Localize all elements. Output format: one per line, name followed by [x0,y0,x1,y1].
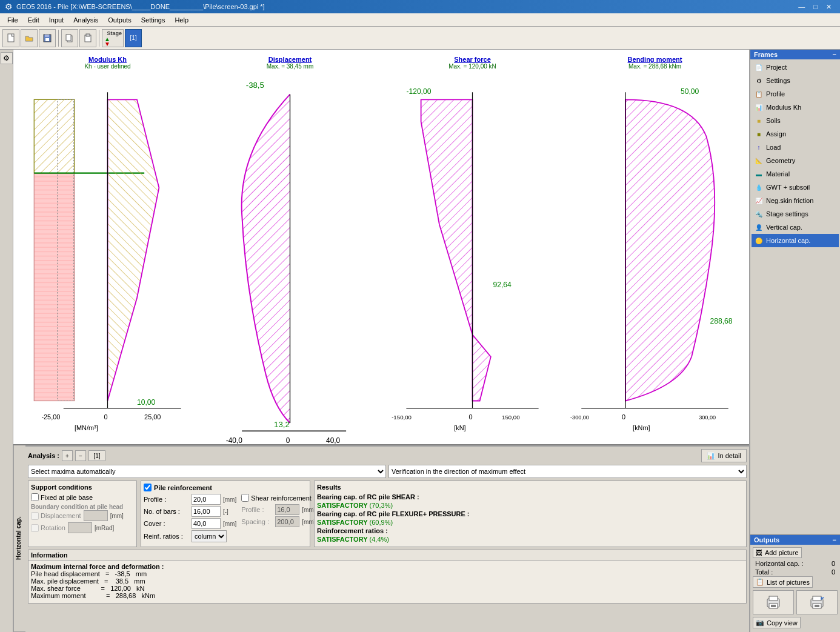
frame-item-gwt[interactable]: 💧 GWT + subsoil [752,181,839,194]
modulus-kh-title[interactable]: Modulus Kh [88,56,127,63]
analysis-header: Analysis : + − [1] 📊 In detail [28,449,747,462]
flexure-result-pct: (60,9%) [370,519,393,526]
displacement-checkbox-label: Displacement [31,512,81,520]
shear-spacing-row: Spacing : [mm] [241,516,315,527]
menu-edit[interactable]: Edit [23,15,44,25]
ratios-result-label-row: Reinforcement ratios : [317,527,744,534]
horizontal-cap-output-row: Horizontal cap. : 0 [753,559,838,568]
analysis-stage-button[interactable]: [1] [88,450,105,461]
copy-view-label: Copy view [767,619,798,627]
frame-label-soils: Soils [766,117,781,124]
geometry-icon: 📐 [754,156,764,165]
verification-select[interactable]: Verification in the direction of maximum… [388,465,747,478]
analysis-add-button[interactable]: + [62,450,73,461]
info-panel: Information Maximum internal force and d… [28,550,747,604]
svg-rect-12 [34,99,75,173]
list-of-pictures-button[interactable]: 📋 List of pictures [753,576,813,588]
vertical-cap-icon: 👤 [754,222,764,232]
frame-label-neg-skin: Neg.skin friction [766,197,813,204]
outputs-collapse-button[interactable]: − [833,536,836,544]
menu-help[interactable]: Help [170,15,193,25]
horizontal-cap-icon: 🟡 [754,236,764,245]
pile-reinforcement-section: Pile reinforcement Profile : [mm] N [141,481,310,547]
chart-area: Modulus Kh Kh - user defined [13,50,749,632]
frame-label-horizontal-cap: Horizontal cap. [766,237,810,244]
bars-label: No. of bars : [144,508,189,515]
svg-rect-58 [813,596,821,600]
settings-gear-button[interactable]: ⚙ [1,52,13,64]
frame-item-geometry[interactable]: 📐 Geometry [752,154,839,167]
stage-indicator[interactable]: [1] [125,29,142,47]
ratios-select[interactable]: column [192,530,227,542]
copy-view-button[interactable]: 📷 Copy view [753,617,801,628]
fixed-pile-base-checkbox-label[interactable]: Fixed at pile base [31,493,134,501]
shear-reinforcement-checkbox[interactable] [241,494,249,502]
shear-result-status: SATISFACTORY [317,502,368,509]
shear-reinforcement-label[interactable]: Shear reinforcement [241,494,315,502]
rotation-input [68,522,92,533]
analysis-remove-button[interactable]: − [75,450,86,461]
fixed-pile-base-checkbox[interactable] [31,493,39,501]
shear-profile-row: Profile : [mm] [241,504,315,515]
in-detail-button[interactable]: 📊 In detail [701,449,747,462]
soils-icon: ■ [754,116,764,125]
frames-collapse-button[interactable]: − [833,51,836,58]
frame-item-assign[interactable]: ■ Assign [752,127,839,141]
frame-item-load[interactable]: ↑ Load [752,141,839,154]
displacement-chart: Displacement Max. = 38,45 mm -38,5 [202,56,378,438]
new-button[interactable] [2,29,19,47]
total-output-label: Total : [755,568,773,576]
frame-item-soils[interactable]: ■ Soils [752,114,839,127]
frame-item-profile[interactable]: 📋 Profile [752,87,839,101]
save-button[interactable] [39,29,56,47]
bending-moment-title[interactable]: Bending moment [628,56,682,63]
menu-input[interactable]: Input [44,15,68,25]
profile-input[interactable] [192,494,221,505]
frame-item-horizontal-cap[interactable]: 🟡 Horizontal cap. [752,234,839,247]
open-button[interactable] [21,29,38,47]
pile-reinforcement-checkbox[interactable] [144,484,152,491]
rotation-checkbox [31,524,39,532]
frame-item-modulus-kh[interactable]: 📊 Modulus Kh [752,101,839,114]
maximize-button[interactable]: □ [810,1,821,13]
charts-container: Modulus Kh Kh - user defined [13,50,749,444]
cover-label: Cover : [144,520,189,527]
menu-analysis[interactable]: Analysis [68,15,103,25]
project-icon: 📄 [754,62,764,72]
menu-outputs[interactable]: Outputs [103,15,136,25]
copy-button[interactable] [61,29,78,47]
paste-button[interactable] [79,29,96,47]
maxima-select[interactable]: Select maxima automatically [28,465,386,478]
shear-force-title[interactable]: Shear force [454,56,491,63]
shear-force-chart: Shear force Max. = 120,00 kN -120,00 [384,56,561,438]
frame-item-settings[interactable]: ⚙ Settings [752,74,839,87]
load-icon: ↑ [754,142,764,152]
settings-icon: ⚙ [754,76,764,85]
bars-input[interactable] [192,506,221,517]
minimize-button[interactable]: — [795,1,808,13]
cover-unit: [mm] [223,521,236,527]
displacement-title[interactable]: Displacement [268,56,312,63]
cover-input[interactable] [192,518,221,529]
info-line2: Pile head displacement = -38,5 mm [31,570,744,577]
menu-settings[interactable]: Settings [136,15,170,25]
frame-item-project[interactable]: 📄 Project [752,61,839,74]
horizontal-cap-output-value: 0 [832,560,835,567]
horizontal-cap-vertical-label[interactable]: Horizontal cap. [13,445,25,632]
print-button-1[interactable] [753,590,794,614]
frame-item-stage-settings[interactable]: 🔩 Stage settings [752,207,839,221]
frame-item-material[interactable]: ▬ Material [752,167,839,181]
frame-item-vertical-cap[interactable]: 👤 Vertical cap. [752,221,839,234]
svg-text:-40,0: -40,0 [226,436,242,444]
add-picture-button[interactable]: 🖼 Add picture [753,547,802,558]
rotation-label: Rotation [41,524,65,531]
svg-text:92,64: 92,64 [493,281,512,289]
bending-moment-svg-wrapper: 50,00 288,68 -300,00 0 300,00 [kNm] [567,70,743,438]
print-button-2[interactable]: P [796,590,838,614]
menu-file[interactable]: File [2,15,23,25]
close-button[interactable]: ✕ [822,1,835,13]
svg-text:-38,5: -38,5 [246,81,264,90]
frame-item-neg-skin[interactable]: 📈 Neg.skin friction [752,194,839,207]
stage-plus-button[interactable]: Stage ▲ ▼ [102,29,124,47]
toolbar: Stage ▲ ▼ [1] [0,27,840,50]
